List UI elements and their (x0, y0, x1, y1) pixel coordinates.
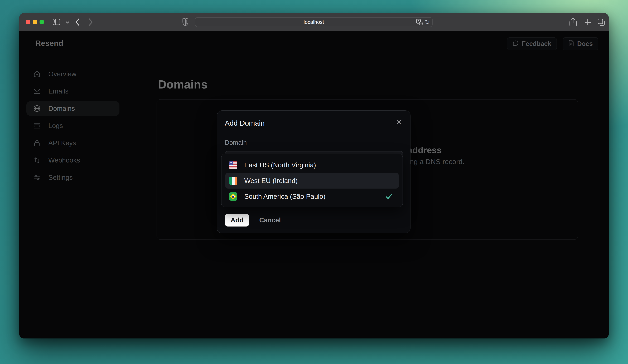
toolbar-divider (63, 19, 63, 26)
traffic-light-zoom-button[interactable] (40, 20, 44, 24)
ireland-flag-icon (229, 177, 237, 185)
region-option-label: West EU (Ireland) (244, 177, 298, 184)
region-option-west-eu[interactable]: West EU (Ireland) (225, 173, 399, 188)
region-option-east-us[interactable]: East US (North Virginia) (225, 157, 399, 173)
modal-title: Add Domain (225, 119, 265, 127)
us-flag-icon (229, 161, 237, 169)
brazil-flag-icon (229, 192, 237, 201)
new-tab-plus-icon[interactable] (584, 19, 591, 26)
address-bar-url: localhost (195, 18, 432, 27)
privacy-shield-icon[interactable] (182, 18, 188, 26)
domain-field-label: Domain (225, 139, 247, 146)
reload-icon[interactable]: ↻ (425, 19, 430, 25)
selected-check-icon (386, 194, 392, 199)
address-bar[interactable]: localhost A ↻ (195, 17, 433, 27)
region-option-south-america[interactable]: South America (São Paulo) (225, 188, 399, 204)
chevron-down-icon[interactable] (65, 21, 70, 24)
share-icon[interactable] (569, 18, 577, 27)
cancel-button[interactable]: Cancel (259, 217, 281, 224)
tab-overview-icon[interactable] (597, 18, 605, 26)
app-content: Resend Overview Emails (19, 31, 609, 338)
region-option-label: East US (North Virginia) (244, 161, 316, 169)
sidebar-toggle-icon[interactable] (53, 18, 60, 26)
close-icon[interactable]: ✕ (396, 119, 402, 126)
browser-window: localhost A ↻ (19, 13, 609, 338)
translate-icon[interactable]: A (416, 19, 423, 25)
forward-button-icon[interactable] (88, 18, 93, 26)
modal-actions: Add Cancel (225, 214, 281, 227)
browser-toolbar: localhost A ↻ (19, 13, 609, 31)
add-button[interactable]: Add (225, 214, 249, 227)
back-button-icon[interactable] (75, 18, 80, 26)
traffic-light-close-button[interactable] (26, 20, 30, 24)
desktop-background: localhost A ↻ (0, 0, 628, 364)
region-dropdown-menu: East US (North Virginia) West EU (Irelan… (221, 154, 403, 207)
traffic-light-minimize-button[interactable] (33, 20, 37, 24)
region-option-label: South America (São Paulo) (244, 193, 325, 200)
